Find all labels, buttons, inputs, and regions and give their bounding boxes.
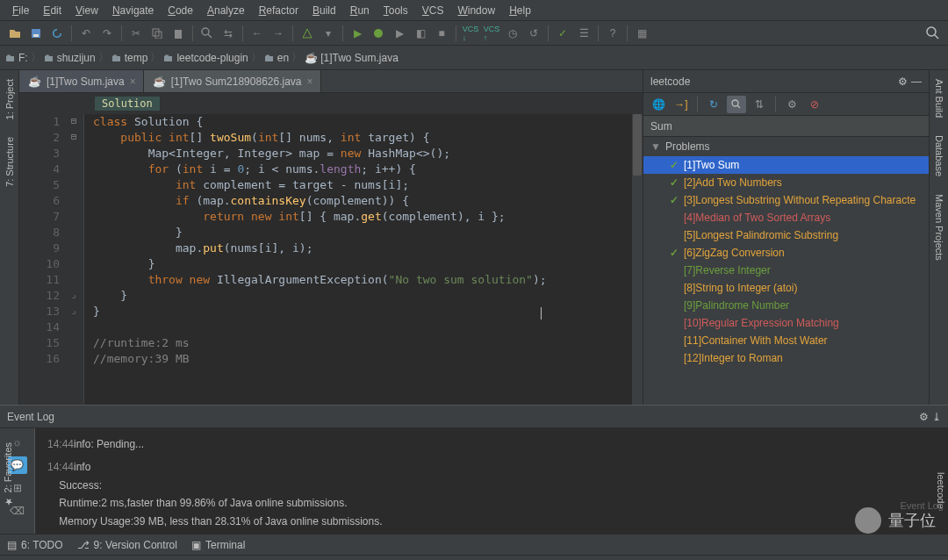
problem-item[interactable]: [5]Longest Palindromic Substring: [643, 226, 929, 244]
download-icon[interactable]: ⤓: [932, 411, 941, 423]
clear-icon[interactable]: ⊘: [805, 96, 824, 113]
leetcode-search[interactable]: [643, 116, 929, 137]
coverage-icon[interactable]: ▶: [390, 24, 409, 43]
search-input[interactable]: [650, 120, 922, 133]
search-icon[interactable]: [727, 96, 746, 113]
build-icon[interactable]: [298, 24, 317, 43]
folder-icon: 🖿: [163, 52, 174, 64]
problem-item[interactable]: [12]Integer to Roman: [643, 349, 929, 367]
menu-tools[interactable]: Tools: [377, 3, 415, 18]
todo-button[interactable]: ▤ 6: TODO: [7, 539, 63, 551]
avd-icon[interactable]: ▦: [632, 24, 651, 43]
structure-tool-tab[interactable]: 7: Structure: [3, 128, 17, 196]
problem-item[interactable]: [9]Palindrome Number: [643, 297, 929, 314]
problem-item[interactable]: ✓[6]ZigZag Conversion: [643, 244, 929, 262]
terminal-button[interactable]: ▣ Terminal: [191, 539, 245, 551]
refresh-icon[interactable]: ↻: [704, 96, 723, 113]
breadcrumb-item[interactable]: 🖿leetcode-plugin: [163, 52, 248, 64]
project-tool-tab[interactable]: 1: Project: [3, 70, 17, 128]
menu-help[interactable]: Help: [502, 3, 538, 18]
vcs-history-icon[interactable]: ◷: [503, 24, 522, 43]
help-icon[interactable]: ?: [603, 24, 622, 43]
menu-vcs[interactable]: VCS: [415, 3, 451, 18]
run-icon[interactable]: ▶: [348, 24, 367, 43]
dropdown-icon[interactable]: ▾: [319, 24, 338, 43]
problem-item[interactable]: [8]String to Integer (atoi): [643, 279, 929, 297]
redo-icon[interactable]: ↷: [97, 24, 117, 43]
problem-item[interactable]: [7]Reverse Integer: [643, 262, 929, 279]
menu-edit[interactable]: Edit: [36, 3, 68, 18]
menu-build[interactable]: Build: [305, 3, 343, 18]
svg-line-9: [935, 35, 938, 39]
menu-run[interactable]: Run: [343, 3, 377, 18]
debug-icon[interactable]: [369, 24, 388, 43]
structure-icon[interactable]: ☰: [574, 24, 593, 43]
editor-tab[interactable]: ☕[1]Two Sum.java×: [19, 70, 144, 92]
save-icon[interactable]: [26, 24, 46, 43]
close-icon[interactable]: ×: [307, 75, 313, 88]
undo-icon[interactable]: ↶: [76, 24, 96, 43]
log-entry: 14:44info Success: Runtime:2 ms,faster t…: [47, 458, 936, 530]
search-everywhere-icon[interactable]: [923, 24, 943, 43]
close-icon[interactable]: ×: [130, 75, 136, 88]
favorites-tab[interactable]: ★ 2: Favorites: [2, 442, 13, 507]
problem-item[interactable]: ✓[2]Add Two Numbers: [643, 174, 929, 191]
editor-scrollbar[interactable]: [632, 114, 643, 405]
context-bar: Solution: [19, 93, 643, 114]
version-control-button[interactable]: ⎇ 9: Version Control: [77, 539, 177, 551]
ant-build-tab[interactable]: Ant Build: [932, 70, 946, 126]
context-class[interactable]: Solution: [95, 97, 160, 111]
menu-view[interactable]: View: [68, 3, 105, 18]
settings-icon[interactable]: ✓: [553, 24, 572, 43]
code-area[interactable]: class Solution { public int[] twoSum(int…: [84, 114, 632, 405]
find-icon[interactable]: [198, 24, 217, 43]
problem-item[interactable]: [10]Regular Expression Matching: [643, 314, 929, 332]
breadcrumb-item[interactable]: 🖿F:: [5, 52, 28, 64]
refresh-icon[interactable]: [47, 24, 67, 43]
event-log: Event Log ⚙ ⤓ ☼ 💬 ⊞ ⌫ 14:44info: Pending…: [0, 405, 948, 534]
paste-icon[interactable]: [169, 24, 188, 43]
login-icon[interactable]: →]: [672, 96, 691, 113]
filter-icon[interactable]: ⇅: [750, 96, 769, 113]
gear-icon[interactable]: ⚙: [919, 411, 929, 423]
vcs-revert-icon[interactable]: ↺: [524, 24, 543, 43]
breadcrumb-item[interactable]: 🖿temp: [111, 52, 148, 64]
menu-refactor[interactable]: Refactor: [252, 3, 305, 18]
database-tab[interactable]: Database: [932, 126, 946, 185]
stop-icon[interactable]: ■: [432, 24, 451, 43]
gear-icon[interactable]: ⚙: [898, 75, 908, 88]
maven-tab[interactable]: Maven Projects: [932, 185, 946, 269]
svg-line-6: [208, 34, 212, 38]
replace-icon[interactable]: ⇆: [219, 24, 238, 43]
svg-rect-1: [33, 34, 39, 37]
problems-root[interactable]: ▼ Problems: [643, 137, 929, 156]
copy-icon[interactable]: [147, 24, 167, 43]
folder-icon: 🖿: [264, 52, 275, 64]
log-entry: 14:44info: Pending...: [47, 435, 936, 453]
breadcrumb-item[interactable]: ☕[1]Two Sum.java: [305, 52, 399, 64]
menu-file[interactable]: File: [5, 3, 36, 18]
menu-navigate[interactable]: Navigate: [105, 3, 161, 18]
vcs-commit-icon[interactable]: VCS↑: [482, 24, 501, 43]
forward-icon[interactable]: →: [269, 24, 288, 43]
problem-item[interactable]: [4]Median of Two Sorted Arrays: [643, 209, 929, 226]
profile-icon[interactable]: ◧: [411, 24, 430, 43]
vcs-update-icon[interactable]: VCS↓: [461, 24, 480, 43]
fold-column[interactable]: ⊟ ⊟ ⌟ ⌟: [68, 114, 84, 405]
menu-window[interactable]: Window: [450, 3, 502, 18]
problem-item[interactable]: [11]Container With Most Water: [643, 332, 929, 349]
menu-analyze[interactable]: Analyze: [200, 3, 252, 18]
open-icon[interactable]: [5, 24, 25, 43]
cut-icon[interactable]: ✂: [126, 24, 146, 43]
breadcrumb-item[interactable]: 🖿en: [264, 52, 289, 64]
breadcrumb-item[interactable]: 🖿shuzijun: [44, 52, 96, 64]
back-icon[interactable]: ←: [248, 24, 267, 43]
editor-tab[interactable]: ☕[1]Two Sum218908626.java×: [144, 70, 321, 92]
menu-code[interactable]: Code: [161, 3, 200, 18]
breadcrumbs: 🖿F:〉🖿shuzijun〉🖿temp〉🖿leetcode-plugin〉🖿en…: [0, 46, 948, 70]
settings-icon[interactable]: ⚙: [782, 96, 801, 113]
globe-icon[interactable]: 🌐: [649, 96, 668, 113]
problem-item[interactable]: ✓[1]Two Sum: [643, 156, 929, 174]
problem-item[interactable]: ✓[3]Longest Substring Without Repeating …: [643, 191, 929, 209]
hide-icon[interactable]: —: [911, 75, 922, 88]
